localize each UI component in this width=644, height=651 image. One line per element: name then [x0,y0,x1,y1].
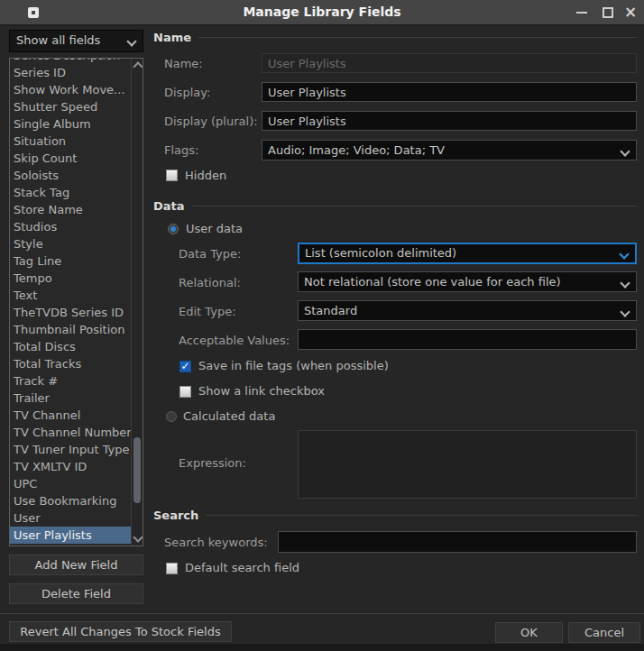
list-item[interactable]: Text [10,287,133,304]
expression-label: Expression: [179,456,246,470]
delete-field-button[interactable]: Delete Field [9,583,143,604]
chevron-down-icon [620,146,630,156]
list-item[interactable]: Soloists [10,167,133,184]
calculated-data-radio[interactable] [166,411,177,422]
relational-value: Not relational (store one value for each… [304,275,561,289]
acceptable-values-input[interactable] [298,329,637,350]
default-search-label: Default search field [185,561,299,574]
footer-separator [0,613,644,614]
scrollbar-thumb[interactable] [133,437,141,503]
list-item[interactable]: Total Tracks [10,355,133,372]
search-keywords-input[interactable] [278,531,637,553]
list-item[interactable]: TheTVDB Series ID [10,304,133,321]
field-list-items: Series DescriptionSeries IDShow Work Mov… [10,58,143,544]
window-title: Manage Library Fields [0,5,644,19]
list-item[interactable]: Series Description [10,58,133,64]
list-item[interactable]: Store Name [10,201,133,218]
scroll-up-icon[interactable] [133,61,143,71]
acceptable-values-label: Acceptable Values: [179,334,290,347]
list-item[interactable]: Total Discs [10,338,133,355]
data-section-header: Data [153,199,637,213]
name-label: Name: [164,57,203,70]
scroll-down-icon[interactable] [133,532,143,542]
list-item[interactable]: Track # [10,372,133,390]
show-link-checkbox[interactable]: ✓ [179,386,191,398]
chevron-down-icon [620,278,630,288]
relational-select[interactable]: Not relational (store one value for each… [298,271,637,292]
close-icon: × [624,3,637,21]
maximize-button[interactable] [595,0,619,24]
flags-select[interactable]: Audio; Image; Video; Data; TV [262,140,637,160]
scrollbar[interactable] [131,59,143,546]
flags-label: Flags: [164,143,198,157]
list-item[interactable]: User Playlists [10,527,133,544]
list-item[interactable]: Style [10,235,133,252]
list-item[interactable]: Show Work Move... [10,81,133,98]
data-type-value: List (semicolon delimited) [305,246,456,260]
search-keywords-label: Search keywords: [164,536,268,549]
field-list[interactable]: Series DescriptionSeries IDShow Work Mov… [9,58,143,546]
user-data-radio[interactable] [168,224,179,234]
relational-label: Relational: [179,276,241,289]
display-input[interactable] [262,82,637,102]
name-input [262,53,637,73]
cancel-button[interactable]: Cancel [568,622,640,643]
list-item[interactable]: Studios [10,218,133,235]
list-item[interactable]: TV Tuner Input Type [10,441,133,458]
show-link-checkbox-label: Show a link checkbox [198,384,325,398]
revert-all-changes-button[interactable]: Revert All Changes To Stock Fields [9,621,232,642]
hidden-checkbox[interactable]: ✓ [166,170,178,181]
minimize-icon [576,12,587,14]
close-button[interactable]: × [619,0,642,24]
list-item[interactable]: Thumbnail Position [10,321,133,338]
add-new-field-button[interactable]: Add New Field [9,555,143,575]
edit-type-select[interactable]: Standard [298,300,637,321]
name-section-header: Name [153,31,637,44]
flags-value: Audio; Image; Video; Data; TV [268,143,445,157]
ok-button[interactable]: OK [495,622,563,643]
data-type-label: Data Type: [179,247,241,261]
list-item[interactable]: Tag Line [10,252,133,270]
search-section-header: Search [153,509,637,522]
hidden-checkbox-label: Hidden [185,169,226,182]
titlebar: Manage Library Fields × [0,0,644,26]
minimize-button[interactable] [570,0,593,24]
chevron-down-icon [620,307,630,316]
chevron-down-icon [619,249,629,259]
save-in-file-tags-label: Save in file tags (when possible) [198,359,389,372]
list-item[interactable]: TV Channel Number [10,424,133,441]
edit-type-value: Standard [304,304,357,317]
manage-library-fields-dialog: Manage Library Fields × Show all fields … [0,0,644,651]
list-item[interactable]: Use Bookmarking [10,492,133,509]
list-item[interactable]: UPC [10,475,133,492]
list-item[interactable]: Situation [10,133,133,150]
edit-type-label: Edit Type: [179,305,236,318]
save-in-file-tags-checkbox[interactable]: ✓ [179,361,191,372]
list-item[interactable]: Trailer [10,390,133,407]
calculated-data-label: Calculated data [183,409,275,423]
field-filter-value: Show all fields [16,33,100,47]
window-bottom-edge [0,644,644,651]
field-filter-select[interactable]: Show all fields [9,30,143,52]
list-item[interactable]: User [10,509,133,527]
user-data-label: User data [186,222,243,235]
list-item[interactable]: Tempo [10,270,133,287]
list-item[interactable]: Series ID [10,64,133,81]
list-item[interactable]: Stack Tag [10,184,133,201]
list-item[interactable]: TV Channel [10,407,133,424]
maximize-icon [603,7,613,18]
list-item[interactable]: Shutter Speed [10,98,133,115]
default-search-checkbox[interactable]: ✓ [166,563,178,574]
display-plural-input[interactable] [262,111,637,131]
list-item[interactable]: Skip Count [10,150,133,167]
data-type-select[interactable]: List (semicolon delimited) [298,243,637,264]
list-item[interactable]: TV XMLTV ID [10,458,133,475]
chevron-down-icon [126,36,136,46]
display-plural-label: Display (plural): [164,115,258,128]
list-item[interactable]: Single Album [10,115,133,133]
display-label: Display: [164,86,210,99]
expression-textarea [298,430,637,499]
